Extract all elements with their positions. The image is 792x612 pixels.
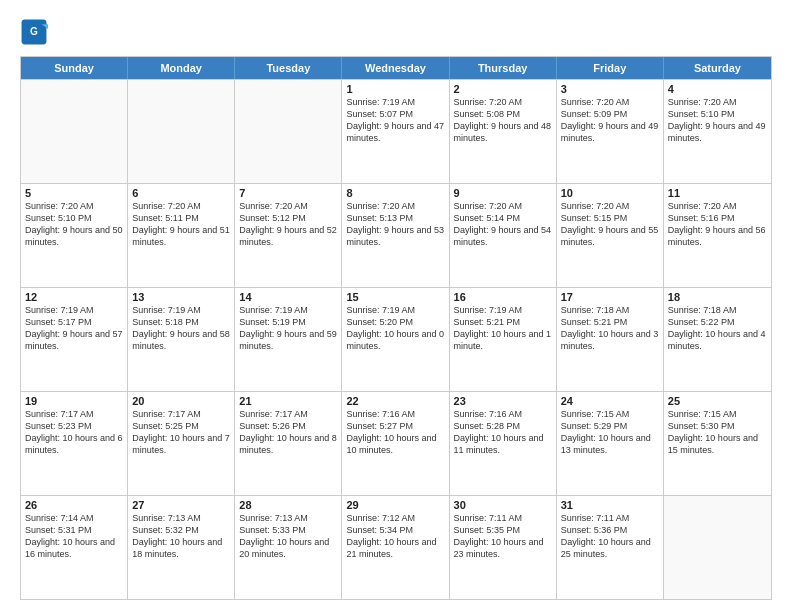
calendar-cell-22: 22Sunrise: 7:16 AM Sunset: 5:27 PM Dayli… <box>342 392 449 495</box>
day-number: 30 <box>454 499 552 511</box>
calendar-row-2: 5Sunrise: 7:20 AM Sunset: 5:10 PM Daylig… <box>21 183 771 287</box>
day-info: Sunrise: 7:17 AM Sunset: 5:25 PM Dayligh… <box>132 408 230 457</box>
day-info: Sunrise: 7:16 AM Sunset: 5:28 PM Dayligh… <box>454 408 552 457</box>
day-number: 24 <box>561 395 659 407</box>
calendar-cell-9: 9Sunrise: 7:20 AM Sunset: 5:14 PM Daylig… <box>450 184 557 287</box>
calendar-cell-16: 16Sunrise: 7:19 AM Sunset: 5:21 PM Dayli… <box>450 288 557 391</box>
day-info: Sunrise: 7:13 AM Sunset: 5:33 PM Dayligh… <box>239 512 337 561</box>
logo-icon: G <box>20 18 48 46</box>
header-cell-sunday: Sunday <box>21 57 128 79</box>
calendar-cell-14: 14Sunrise: 7:19 AM Sunset: 5:19 PM Dayli… <box>235 288 342 391</box>
day-info: Sunrise: 7:20 AM Sunset: 5:10 PM Dayligh… <box>668 96 767 145</box>
calendar-cell-4: 4Sunrise: 7:20 AM Sunset: 5:10 PM Daylig… <box>664 80 771 183</box>
day-info: Sunrise: 7:15 AM Sunset: 5:30 PM Dayligh… <box>668 408 767 457</box>
day-number: 28 <box>239 499 337 511</box>
day-number: 29 <box>346 499 444 511</box>
calendar-cell-19: 19Sunrise: 7:17 AM Sunset: 5:23 PM Dayli… <box>21 392 128 495</box>
day-number: 17 <box>561 291 659 303</box>
day-info: Sunrise: 7:20 AM Sunset: 5:08 PM Dayligh… <box>454 96 552 145</box>
calendar-cell-25: 25Sunrise: 7:15 AM Sunset: 5:30 PM Dayli… <box>664 392 771 495</box>
calendar-cell-11: 11Sunrise: 7:20 AM Sunset: 5:16 PM Dayli… <box>664 184 771 287</box>
header-cell-wednesday: Wednesday <box>342 57 449 79</box>
day-number: 31 <box>561 499 659 511</box>
logo: G <box>20 18 52 46</box>
day-info: Sunrise: 7:18 AM Sunset: 5:21 PM Dayligh… <box>561 304 659 353</box>
day-number: 21 <box>239 395 337 407</box>
day-info: Sunrise: 7:15 AM Sunset: 5:29 PM Dayligh… <box>561 408 659 457</box>
calendar-cell-empty-0-0 <box>21 80 128 183</box>
calendar-cell-21: 21Sunrise: 7:17 AM Sunset: 5:26 PM Dayli… <box>235 392 342 495</box>
day-number: 14 <box>239 291 337 303</box>
svg-text:G: G <box>30 26 38 37</box>
calendar-cell-10: 10Sunrise: 7:20 AM Sunset: 5:15 PM Dayli… <box>557 184 664 287</box>
day-info: Sunrise: 7:17 AM Sunset: 5:23 PM Dayligh… <box>25 408 123 457</box>
calendar-cell-12: 12Sunrise: 7:19 AM Sunset: 5:17 PM Dayli… <box>21 288 128 391</box>
day-number: 19 <box>25 395 123 407</box>
header-cell-friday: Friday <box>557 57 664 79</box>
calendar-cell-2: 2Sunrise: 7:20 AM Sunset: 5:08 PM Daylig… <box>450 80 557 183</box>
header-cell-thursday: Thursday <box>450 57 557 79</box>
calendar-cell-18: 18Sunrise: 7:18 AM Sunset: 5:22 PM Dayli… <box>664 288 771 391</box>
calendar-header-row: SundayMondayTuesdayWednesdayThursdayFrid… <box>21 57 771 79</box>
calendar-cell-5: 5Sunrise: 7:20 AM Sunset: 5:10 PM Daylig… <box>21 184 128 287</box>
day-info: Sunrise: 7:20 AM Sunset: 5:14 PM Dayligh… <box>454 200 552 249</box>
calendar-cell-3: 3Sunrise: 7:20 AM Sunset: 5:09 PM Daylig… <box>557 80 664 183</box>
calendar-cell-13: 13Sunrise: 7:19 AM Sunset: 5:18 PM Dayli… <box>128 288 235 391</box>
page: G SundayMondayTuesdayWednesdayThursdayFr… <box>0 0 792 612</box>
day-info: Sunrise: 7:18 AM Sunset: 5:22 PM Dayligh… <box>668 304 767 353</box>
day-info: Sunrise: 7:20 AM Sunset: 5:15 PM Dayligh… <box>561 200 659 249</box>
day-info: Sunrise: 7:17 AM Sunset: 5:26 PM Dayligh… <box>239 408 337 457</box>
day-number: 3 <box>561 83 659 95</box>
calendar-cell-24: 24Sunrise: 7:15 AM Sunset: 5:29 PM Dayli… <box>557 392 664 495</box>
day-number: 26 <box>25 499 123 511</box>
calendar: SundayMondayTuesdayWednesdayThursdayFrid… <box>20 56 772 600</box>
header: G <box>20 18 772 46</box>
day-number: 11 <box>668 187 767 199</box>
day-number: 6 <box>132 187 230 199</box>
calendar-cell-7: 7Sunrise: 7:20 AM Sunset: 5:12 PM Daylig… <box>235 184 342 287</box>
calendar-cell-1: 1Sunrise: 7:19 AM Sunset: 5:07 PM Daylig… <box>342 80 449 183</box>
calendar-cell-20: 20Sunrise: 7:17 AM Sunset: 5:25 PM Dayli… <box>128 392 235 495</box>
day-info: Sunrise: 7:16 AM Sunset: 5:27 PM Dayligh… <box>346 408 444 457</box>
day-number: 27 <box>132 499 230 511</box>
day-number: 5 <box>25 187 123 199</box>
day-info: Sunrise: 7:11 AM Sunset: 5:36 PM Dayligh… <box>561 512 659 561</box>
calendar-cell-31: 31Sunrise: 7:11 AM Sunset: 5:36 PM Dayli… <box>557 496 664 599</box>
calendar-cell-17: 17Sunrise: 7:18 AM Sunset: 5:21 PM Dayli… <box>557 288 664 391</box>
day-number: 15 <box>346 291 444 303</box>
day-info: Sunrise: 7:19 AM Sunset: 5:18 PM Dayligh… <box>132 304 230 353</box>
day-info: Sunrise: 7:19 AM Sunset: 5:17 PM Dayligh… <box>25 304 123 353</box>
day-number: 20 <box>132 395 230 407</box>
calendar-cell-empty-0-1 <box>128 80 235 183</box>
calendar-cell-8: 8Sunrise: 7:20 AM Sunset: 5:13 PM Daylig… <box>342 184 449 287</box>
day-number: 13 <box>132 291 230 303</box>
day-info: Sunrise: 7:20 AM Sunset: 5:09 PM Dayligh… <box>561 96 659 145</box>
calendar-row-4: 19Sunrise: 7:17 AM Sunset: 5:23 PM Dayli… <box>21 391 771 495</box>
calendar-cell-15: 15Sunrise: 7:19 AM Sunset: 5:20 PM Dayli… <box>342 288 449 391</box>
calendar-cell-empty-4-6 <box>664 496 771 599</box>
calendar-cell-23: 23Sunrise: 7:16 AM Sunset: 5:28 PM Dayli… <box>450 392 557 495</box>
day-info: Sunrise: 7:20 AM Sunset: 5:12 PM Dayligh… <box>239 200 337 249</box>
day-info: Sunrise: 7:14 AM Sunset: 5:31 PM Dayligh… <box>25 512 123 561</box>
day-info: Sunrise: 7:11 AM Sunset: 5:35 PM Dayligh… <box>454 512 552 561</box>
header-cell-tuesday: Tuesday <box>235 57 342 79</box>
calendar-cell-28: 28Sunrise: 7:13 AM Sunset: 5:33 PM Dayli… <box>235 496 342 599</box>
day-info: Sunrise: 7:19 AM Sunset: 5:07 PM Dayligh… <box>346 96 444 145</box>
calendar-row-1: 1Sunrise: 7:19 AM Sunset: 5:07 PM Daylig… <box>21 79 771 183</box>
calendar-row-5: 26Sunrise: 7:14 AM Sunset: 5:31 PM Dayli… <box>21 495 771 599</box>
day-info: Sunrise: 7:20 AM Sunset: 5:13 PM Dayligh… <box>346 200 444 249</box>
day-number: 1 <box>346 83 444 95</box>
header-cell-monday: Monday <box>128 57 235 79</box>
calendar-cell-29: 29Sunrise: 7:12 AM Sunset: 5:34 PM Dayli… <box>342 496 449 599</box>
calendar-cell-6: 6Sunrise: 7:20 AM Sunset: 5:11 PM Daylig… <box>128 184 235 287</box>
day-info: Sunrise: 7:20 AM Sunset: 5:16 PM Dayligh… <box>668 200 767 249</box>
calendar-body: 1Sunrise: 7:19 AM Sunset: 5:07 PM Daylig… <box>21 79 771 599</box>
day-info: Sunrise: 7:12 AM Sunset: 5:34 PM Dayligh… <box>346 512 444 561</box>
day-number: 18 <box>668 291 767 303</box>
day-info: Sunrise: 7:20 AM Sunset: 5:10 PM Dayligh… <box>25 200 123 249</box>
day-info: Sunrise: 7:19 AM Sunset: 5:19 PM Dayligh… <box>239 304 337 353</box>
calendar-cell-30: 30Sunrise: 7:11 AM Sunset: 5:35 PM Dayli… <box>450 496 557 599</box>
day-info: Sunrise: 7:20 AM Sunset: 5:11 PM Dayligh… <box>132 200 230 249</box>
calendar-cell-empty-0-2 <box>235 80 342 183</box>
day-number: 8 <box>346 187 444 199</box>
